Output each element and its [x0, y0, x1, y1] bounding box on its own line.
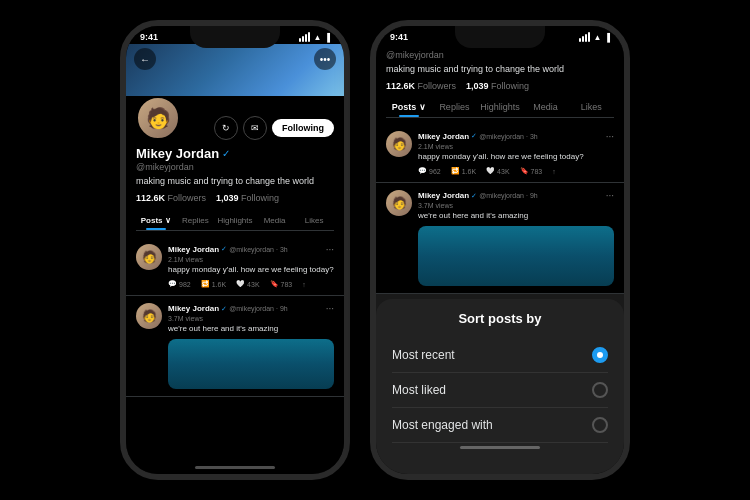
avatar-image-1: 🧑 — [146, 106, 171, 130]
phone2-tweet-name-1: Mikey Jordan — [418, 132, 469, 141]
phone2-handle: @mikeyjordan — [386, 50, 614, 60]
tweet-content-2: Mikey Jordan ✓ @mikeyjordan · 9h ··· 3.7… — [168, 303, 334, 389]
time-1: 9:41 — [140, 32, 158, 42]
radio-recent[interactable] — [592, 347, 608, 363]
phone-1: 9:41 ▲ ▐ ← ••• 🧑 — [120, 20, 350, 480]
tweet-time-1: · 3h — [276, 246, 288, 253]
tabs-1: Posts ∨ Replies Highlights Media Likes — [136, 211, 334, 231]
tweet-verified-2: ✓ — [221, 305, 227, 313]
phone2-tweet-dots-2[interactable]: ··· — [606, 190, 614, 201]
tab-replies-1[interactable]: Replies — [176, 211, 216, 230]
battery-icon-1: ▐ — [324, 33, 330, 42]
tweet-name-2: Mikey Jordan — [168, 304, 219, 313]
phone2-tweet-verified-2: ✓ — [471, 192, 477, 200]
phone2-tweet-content-1: Mikey Jordan ✓ @mikeyjordan · 3h ··· 2.1… — [418, 131, 614, 175]
avatar-1: 🧑 — [136, 96, 180, 140]
time-2: 9:41 — [390, 32, 408, 42]
radio-engaged[interactable] — [592, 417, 608, 433]
tweet-time-2: · 9h — [276, 305, 288, 312]
tweet-dots-2[interactable]: ··· — [326, 303, 334, 314]
phone2-tweet-1: 🧑 Mikey Jordan ✓ @mikeyjordan · 3h ··· 2… — [376, 124, 624, 183]
phone2-tweet-author-2: Mikey Jordan ✓ @mikeyjordan · 9h — [418, 191, 538, 200]
sort-label-recent: Most recent — [392, 348, 455, 362]
tweet-handle-1: @mikeyjordan — [229, 246, 274, 253]
phone2-followers: 112.6K Followers — [386, 81, 456, 91]
tweet-content-1: Mikey Jordan ✓ @mikeyjordan · 3h ··· 2.1… — [168, 244, 334, 288]
back-button-1[interactable]: ← — [134, 48, 156, 70]
tab2-replies[interactable]: Replies — [432, 97, 478, 117]
verified-badge-1: ✓ — [222, 148, 230, 159]
phone-1-screen: 9:41 ▲ ▐ ← ••• 🧑 — [126, 26, 344, 474]
message-button-1[interactable]: ✉ — [243, 116, 267, 140]
avatar-row-1: 🧑 ↻ ✉ Following — [136, 96, 334, 140]
phone2-following: 1,039 Following — [466, 81, 529, 91]
tab-likes-1[interactable]: Likes — [294, 211, 334, 230]
phone2-like-1[interactable]: 🤍 43K — [486, 167, 509, 175]
tab2-likes[interactable]: Likes — [568, 97, 614, 117]
signal-icon-2 — [579, 32, 590, 42]
tabs-2: Posts ∨ Replies Highlights Media Likes — [386, 97, 614, 118]
phone2-bookmark-1[interactable]: 🔖 783 — [520, 167, 543, 175]
tab-posts-1[interactable]: Posts ∨ — [136, 211, 176, 230]
phone2-tweet-dots-1[interactable]: ··· — [606, 131, 614, 142]
like-action-1[interactable]: 🤍 43K — [236, 280, 259, 288]
phone2-tweet-name-2: Mikey Jordan — [418, 191, 469, 200]
tweet-dots-1[interactable]: ··· — [326, 244, 334, 255]
tab2-posts[interactable]: Posts ∨ — [386, 97, 432, 117]
share-action-1[interactable]: ↑ — [302, 281, 306, 288]
refresh-button-1[interactable]: ↻ — [214, 116, 238, 140]
tweet-image-2 — [168, 339, 334, 389]
tweet-header-1: Mikey Jordan ✓ @mikeyjordan · 3h ··· — [168, 244, 334, 255]
tab-highlights-1[interactable]: Highlights — [215, 211, 255, 230]
tweet-text-2: we're out here and it's amazing — [168, 324, 334, 334]
more-button-1[interactable]: ••• — [314, 48, 336, 70]
phone2-header: @mikeyjordan making music and trying to … — [376, 44, 624, 124]
tab-media-1[interactable]: Media — [255, 211, 295, 230]
tab2-highlights[interactable]: Highlights — [477, 97, 523, 117]
tweet-avatar-1: 🧑 — [136, 244, 162, 270]
phone2-share-1[interactable]: ↑ — [552, 168, 556, 175]
phone-2-screen: 9:41 ▲ ▐ @mikeyjordan making music and t… — [376, 26, 624, 474]
phone2-bio: making music and trying to change the wo… — [386, 64, 614, 76]
tweet-header-2: Mikey Jordan ✓ @mikeyjordan · 9h ··· — [168, 303, 334, 314]
bookmark-action-1[interactable]: 🔖 783 — [270, 280, 293, 288]
phone2-tweet-2: 🧑 Mikey Jordan ✓ @mikeyjordan · 9h ··· 3… — [376, 183, 624, 294]
tweet-author-1: Mikey Jordan ✓ @mikeyjordan · 3h — [168, 245, 288, 254]
phone2-tweet-handle-1: @mikeyjordan — [479, 133, 524, 140]
battery-icon-2: ▐ — [604, 33, 610, 42]
tweet-views-1: 2.1M views — [168, 256, 334, 263]
profile-bio-1: making music and trying to change the wo… — [136, 176, 334, 188]
retweet-action-1[interactable]: 🔁 1.6K — [201, 280, 226, 288]
phone2-stats: 112.6K Followers 1,039 Following — [386, 81, 614, 91]
phone2-tweet-avatar-2: 🧑 — [386, 190, 412, 216]
wifi-icon-2: ▲ — [593, 33, 601, 42]
following-button-1[interactable]: Following — [272, 119, 334, 137]
radio-inner-recent — [597, 352, 603, 358]
phone2-retweet-1[interactable]: 🔁 1.6K — [451, 167, 476, 175]
sort-option-recent[interactable]: Most recent — [392, 338, 608, 373]
tweet-views-2: 3.7M views — [168, 315, 334, 322]
tweet-item-2: 🧑 Mikey Jordan ✓ @mikeyjordan · 9h ··· 3… — [126, 296, 344, 397]
phone2-tweet-header-1: Mikey Jordan ✓ @mikeyjordan · 3h ··· — [418, 131, 614, 142]
phone2-tweet-time-1: · 3h — [526, 133, 538, 140]
sort-option-engaged[interactable]: Most engaged with — [392, 408, 608, 443]
sort-title: Sort posts by — [392, 311, 608, 326]
sort-option-liked[interactable]: Most liked — [392, 373, 608, 408]
phone2-comment-1[interactable]: 💬 962 — [418, 167, 441, 175]
phone2-tweet-views-2: 3.7M views — [418, 202, 614, 209]
phone2-tweet-header-2: Mikey Jordan ✓ @mikeyjordan · 9h ··· — [418, 190, 614, 201]
phone2-tweet-text-1: happy monday y'all. how are we feeling t… — [418, 152, 614, 162]
wifi-icon-1: ▲ — [313, 33, 321, 42]
tweet-text-1: happy monday y'all. how are we feeling t… — [168, 265, 334, 275]
phone2-tweet-actions-1: 💬 962 🔁 1.6K 🤍 43K 🔖 783 ↑ — [418, 167, 614, 175]
profile-handle-1: @mikeyjordan — [136, 162, 334, 172]
phone2-tweet-image-2 — [418, 226, 614, 286]
following-stat-1: 1,039 Following — [216, 193, 279, 203]
comment-action-1[interactable]: 💬 982 — [168, 280, 191, 288]
profile-actions-1: ↻ ✉ Following — [214, 116, 334, 140]
profile-name-1: Mikey Jordan — [136, 146, 219, 161]
radio-liked[interactable] — [592, 382, 608, 398]
phone-2: 9:41 ▲ ▐ @mikeyjordan making music and t… — [370, 20, 630, 480]
followers-stat-1: 112.6K Followers — [136, 193, 206, 203]
tab2-media[interactable]: Media — [523, 97, 569, 117]
